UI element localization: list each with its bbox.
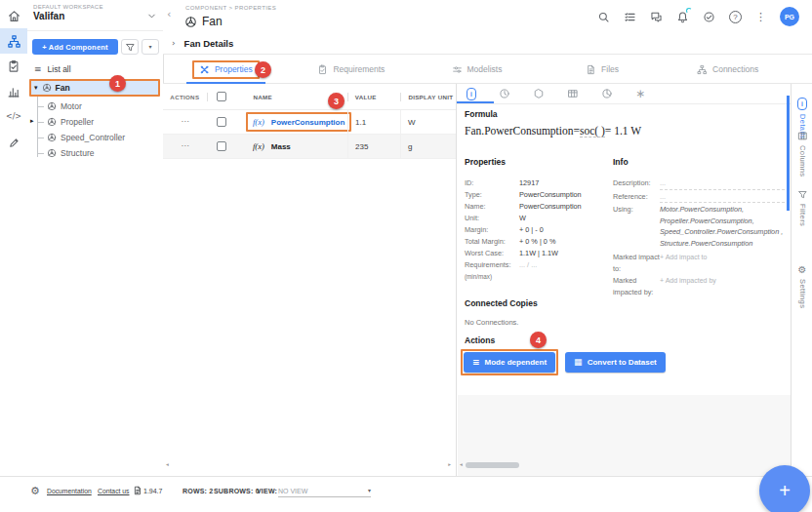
component-icon (47, 133, 57, 142)
row-checkbox[interactable] (217, 141, 226, 151)
convert-to-dataset-button[interactable]: ▦ Convert to Dataset (565, 352, 666, 373)
list-all-item[interactable]: ≡ List all (27, 59, 163, 78)
scroll-right-icon[interactable]: ▸ (448, 462, 451, 468)
chat-icon[interactable] (650, 11, 663, 23)
history-tab-icon[interactable] (499, 88, 510, 99)
property-unit-cell[interactable]: g (400, 135, 455, 158)
contact-us-link[interactable]: Contact us (98, 488, 130, 494)
info-icon: i (797, 98, 807, 110)
reference-field[interactable]: ... (660, 191, 785, 204)
details-panel-scroll-indicator[interactable] (787, 96, 790, 211)
add-fab-button[interactable]: + (759, 465, 810, 512)
left-icon-rail: </> (0, 0, 28, 476)
scroll-left-icon[interactable]: ◂ (166, 462, 169, 468)
chevron-down-icon[interactable] (146, 11, 157, 21)
home-icon[interactable] (0, 3, 27, 28)
tree-item-speed-controller[interactable]: Speed_Controller (27, 130, 163, 145)
description-field[interactable]: ... (660, 177, 785, 190)
view-select[interactable]: NO VIEW ▾ (278, 488, 371, 497)
chart-tab-icon[interactable] (601, 88, 613, 99)
fan-details-section-row[interactable]: › Fan Details (163, 33, 812, 55)
scroll-left-icon[interactable]: ◂ (460, 462, 463, 468)
top-bar: ‹ COMPONENT > PROPERTIES Fan ? ⋮ PG (163, 0, 812, 34)
collapse-panel-icon[interactable]: ‹ (167, 9, 171, 20)
notifications-bell-icon[interactable] (676, 11, 689, 23)
caret-down-icon[interactable]: ▾ (34, 85, 38, 92)
user-avatar[interactable]: PG (780, 7, 799, 26)
component-icon (47, 101, 57, 111)
property-value-cell[interactable]: 235 (347, 135, 400, 158)
actions-heading: Actions (465, 335, 495, 345)
kebab-menu-icon[interactable]: ⋮ (755, 12, 766, 22)
column-header-actions[interactable]: ACTIONS (163, 94, 207, 100)
tree-collapse-button[interactable]: ▾ (142, 39, 159, 55)
right-tab-settings[interactable]: ⚙ Settings (792, 265, 812, 308)
table-scrollbar[interactable]: ◂ ▸ (166, 461, 451, 469)
scrollbar-thumb[interactable] (466, 462, 519, 468)
help-icon[interactable]: ? (729, 11, 742, 23)
tree-item-propeller[interactable]: ▸ Propeller (27, 114, 163, 130)
select-all-checkbox[interactable] (217, 92, 226, 101)
workspace-switcher[interactable]: DEFAULT WORKSPACE Valifan (27, 0, 163, 31)
view-value: NO VIEW (278, 488, 307, 494)
component-icon (42, 83, 52, 93)
asterisk-tab-icon[interactable]: ∗ (635, 88, 645, 99)
row-checkbox[interactable] (217, 117, 226, 127)
add-component-button[interactable]: + Add Component (32, 39, 118, 55)
tree-filter-button[interactable] (121, 39, 139, 55)
tree-item-fan[interactable]: ▾ Fan (29, 79, 160, 97)
table-tab-icon[interactable] (567, 88, 579, 99)
file-icon (586, 64, 596, 75)
component-icon (184, 16, 197, 28)
tab-requirements[interactable]: Requirements (289, 55, 415, 84)
mode-dependent-button[interactable]: ≡ Mode dependent (464, 352, 555, 373)
right-tab-columns[interactable]: Columns (792, 131, 812, 177)
property-requirements: ... / ... (519, 259, 537, 283)
annotation-badge-3: 3 (328, 93, 345, 109)
requirements-module-icon[interactable] (0, 54, 27, 79)
workspace-name: Valifan (33, 11, 157, 21)
tree-item-motor[interactable]: Motor (27, 98, 163, 114)
analyses-icon[interactable] (0, 79, 27, 104)
panel-scrollbar[interactable]: ◂ (460, 461, 577, 469)
column-header-value[interactable]: VALUE (348, 84, 401, 109)
tab-modelists[interactable]: Modelists (414, 55, 540, 84)
tree-item-label: Fan (56, 83, 70, 93)
property-name-link[interactable]: Mass (271, 142, 291, 151)
release-notes-icon[interactable] (133, 486, 142, 495)
row-actions-button[interactable]: ⋯ (163, 118, 207, 126)
list-icon: ≡ (472, 358, 480, 367)
tab-label: Files (601, 64, 619, 74)
tab-label: Connections (712, 64, 758, 74)
dropdown-caret-icon: ▾ (368, 488, 371, 494)
documentation-link[interactable]: Documentation (47, 488, 92, 494)
property-unit-cell[interactable]: W (400, 110, 455, 134)
approvals-check-icon[interactable] (703, 11, 715, 23)
info-fields: Description:... Reference:... Using:Moto… (613, 177, 785, 298)
scripting-icon[interactable]: </> (0, 104, 27, 130)
caret-right-icon[interactable]: ▸ (30, 118, 34, 125)
settings-gear-icon[interactable]: ⚙ (30, 486, 40, 496)
property-name-link[interactable]: PowerConsumption (271, 118, 345, 127)
task-list-icon[interactable] (624, 11, 636, 23)
property-value-cell[interactable]: 1.1 (347, 110, 400, 134)
tab-connections[interactable]: Connections (665, 55, 791, 84)
info-tab-icon[interactable]: i (467, 88, 476, 100)
right-tab-filters[interactable]: Filters (792, 189, 812, 226)
list-all-label: List all (48, 64, 71, 74)
row-actions-button[interactable]: ⋯ (163, 142, 207, 150)
properties-table: ACTIONS NAME VALUE DISPLAY UNIT ⋯ f(x) P… (163, 84, 457, 476)
hexagon-tab-icon[interactable] (533, 88, 545, 99)
tree-item-structure[interactable]: Structure (27, 145, 163, 161)
add-impact-link[interactable]: + Add impact to (660, 252, 707, 274)
search-icon[interactable] (597, 11, 610, 23)
tab-files[interactable]: Files (540, 55, 666, 84)
edit-icon[interactable] (0, 130, 27, 155)
components-icon[interactable] (0, 28, 27, 54)
table-row-mass: ⋯ f(x) Mass 235 g (163, 135, 456, 159)
column-header-display-unit[interactable]: DISPLAY UNIT (401, 84, 456, 109)
using-list: Motor.PowerConsumption, Propeller.PowerC… (660, 204, 785, 249)
annotation-box-mode-dependent: ≡ Mode dependent (461, 349, 558, 375)
connected-copies-heading: Connected Copies (465, 298, 538, 308)
add-impacted-link[interactable]: + Add impacted by (660, 275, 716, 297)
